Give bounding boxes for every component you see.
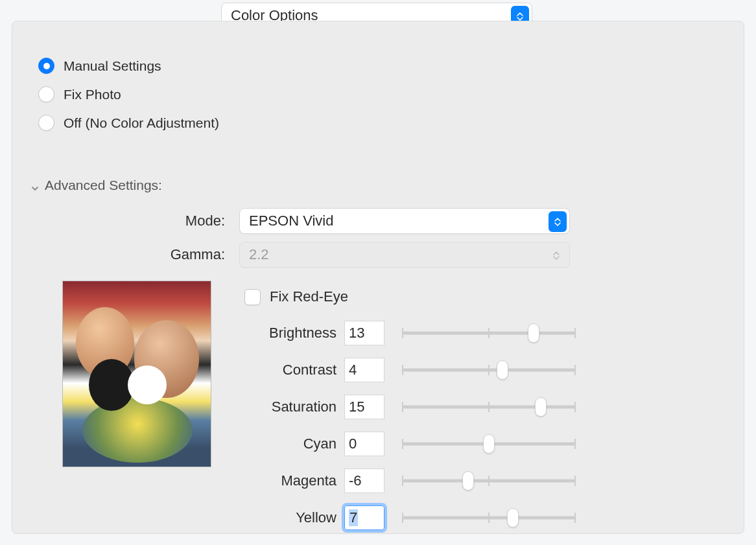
slider-value-text: 7 [349, 509, 358, 526]
slider-track[interactable] [403, 358, 575, 382]
slider-track[interactable] [403, 395, 575, 419]
slider-tick-icon [488, 328, 490, 338]
radio-off-no-color-adjustment[interactable]: Off (No Color Adjustment) [38, 115, 219, 131]
slider-tick-icon [488, 476, 490, 486]
slider-track[interactable] [403, 469, 575, 493]
slider-label: Saturation [244, 399, 344, 415]
gamma-label: Gamma: [19, 246, 239, 263]
radio-label: Fix Photo [64, 87, 121, 102]
slider-knob[interactable] [462, 471, 474, 491]
slider-knob[interactable] [483, 434, 495, 454]
slider-value-input[interactable]: 13 [344, 321, 384, 345]
advanced-settings-label: Advanced Settings: [45, 178, 162, 193]
advanced-settings-disclosure[interactable]: Advanced Settings: [30, 178, 162, 193]
slider-tick-icon [402, 328, 403, 338]
slider-tick-icon [402, 439, 403, 449]
gamma-select[interactable]: 2.2 [239, 242, 570, 268]
slider-tick-icon [574, 402, 576, 412]
slider-tick-icon [402, 402, 403, 412]
radio-button-icon [38, 86, 54, 102]
slider-value-text: 0 [349, 435, 357, 452]
slider-value-input[interactable]: 0 [344, 432, 384, 456]
slider-tick-icon [574, 476, 576, 486]
color-mode-radio-group: Manual Settings Fix Photo Off (No Color … [38, 58, 219, 131]
radio-manual-settings[interactable]: Manual Settings [38, 58, 219, 74]
slider-knob[interactable] [507, 508, 519, 528]
slider-track[interactable] [403, 506, 575, 529]
radio-label: Off (No Color Adjustment) [64, 115, 219, 131]
chevron-down-icon [30, 181, 40, 190]
slider-knob[interactable] [497, 360, 508, 380]
updown-arrows-icon [547, 245, 565, 266]
mode-row: Mode: EPSON Vivid [19, 208, 570, 234]
slider-label: Cyan [244, 435, 344, 452]
color-sliders-group: Brightness13Contrast4Saturation15Cyan0Ma… [244, 314, 608, 536]
slider-label: Magenta [244, 472, 344, 489]
checkbox-icon [244, 289, 261, 305]
slider-tick-icon [488, 365, 490, 375]
radio-fix-photo[interactable]: Fix Photo [38, 86, 219, 102]
slider-row-yellow: Yellow7 [244, 499, 608, 536]
slider-value-text: 13 [349, 325, 364, 342]
slider-track[interactable] [403, 321, 575, 345]
mode-select-value: EPSON Vivid [249, 213, 333, 229]
gamma-select-value: 2.2 [249, 246, 269, 263]
slider-tick-icon [574, 513, 576, 523]
slider-tick-icon [574, 365, 576, 375]
updown-arrows-icon [549, 211, 567, 232]
fix-red-eye-row[interactable]: Fix Red-Eye [244, 288, 348, 305]
slider-knob[interactable] [528, 323, 539, 343]
slider-value-text: 4 [349, 362, 357, 378]
slider-tick-icon [402, 365, 403, 375]
mode-select[interactable]: EPSON Vivid [239, 208, 570, 234]
slider-row-contrast: Contrast4 [244, 351, 608, 388]
slider-row-magenta: Magenta-6 [244, 462, 608, 499]
slider-value-text: 15 [349, 399, 364, 415]
radio-button-icon [38, 58, 54, 74]
mode-label: Mode: [19, 213, 239, 229]
slider-value-text: -6 [349, 472, 362, 489]
radio-button-icon [38, 115, 54, 131]
slider-label: Contrast [244, 362, 344, 378]
radio-label: Manual Settings [64, 58, 161, 74]
slider-tick-icon [488, 513, 490, 523]
slider-tick-icon [402, 476, 403, 486]
slider-knob[interactable] [535, 397, 547, 417]
slider-row-saturation: Saturation15 [244, 388, 608, 425]
slider-row-brightness: Brightness13 [244, 314, 608, 351]
slider-label: Brightness [244, 325, 344, 342]
gamma-row: Gamma: 2.2 [19, 242, 570, 268]
slider-tick-icon [574, 328, 576, 338]
slider-track[interactable] [403, 432, 575, 456]
slider-tick-icon [574, 439, 576, 449]
slider-tick-icon [488, 402, 490, 412]
preview-image [62, 281, 211, 467]
slider-value-input[interactable]: 7 [344, 505, 384, 530]
slider-value-input[interactable]: 15 [344, 395, 384, 419]
color-options-panel: Manual Settings Fix Photo Off (No Color … [12, 21, 744, 534]
slider-tick-icon [402, 513, 403, 523]
slider-row-cyan: Cyan0 [244, 425, 608, 462]
slider-value-input[interactable]: 4 [344, 358, 384, 382]
slider-label: Yellow [244, 509, 344, 526]
fix-red-eye-label: Fix Red-Eye [270, 288, 348, 305]
slider-value-input[interactable]: -6 [344, 469, 384, 493]
